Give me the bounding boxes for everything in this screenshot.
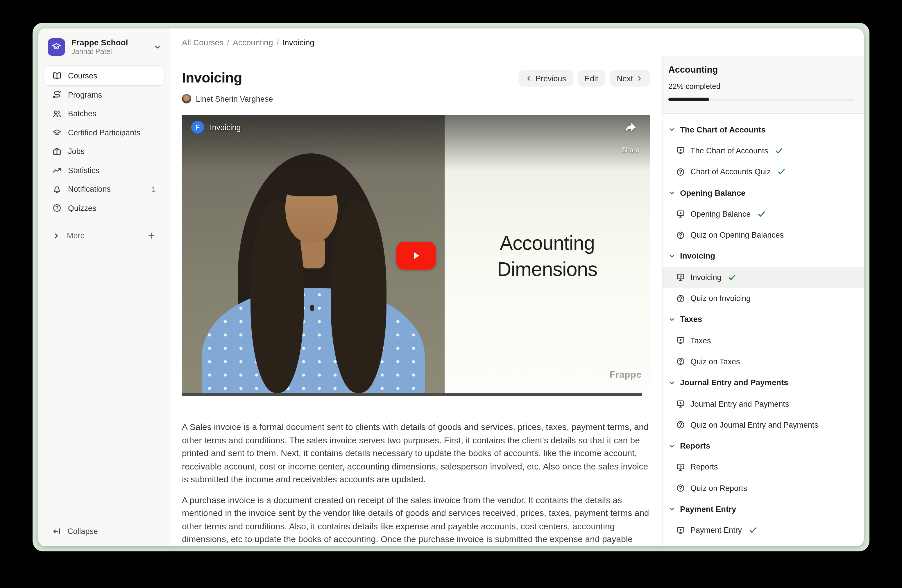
sidebar-item-statistics[interactable]: Statistics [44,161,164,180]
lesson-icon [676,463,685,472]
chevron-down-icon [669,316,675,323]
main-column: All Courses / Accounting / Invoicing Inv… [170,28,864,546]
outline-section-title: Opening Balance [680,189,745,197]
quiz-icon [676,421,685,430]
check-icon [748,526,757,535]
outline-quiz-item[interactable]: Quiz on Reports [662,478,864,499]
sidebar-collapse-button[interactable]: Collapse [44,522,164,540]
outline-quiz-item[interactable]: Quiz on Taxes [662,351,864,372]
outline-section-header[interactable]: Opening Balance [662,183,864,204]
chevron-down-icon [669,506,675,513]
outline-lesson-item[interactable]: Taxes [662,330,864,351]
sidebar-nav: Courses Programs [38,64,170,245]
sidebar-item-batches[interactable]: Batches [44,104,164,123]
outline-quiz-item[interactable]: Chart of Accounts Quiz [662,161,864,183]
progress-fill [669,98,709,101]
outline-section-title: Journal Entry and Payments [680,378,788,387]
frappe-watermark: Frappe [610,369,642,380]
trending-up-icon [52,166,62,175]
sidebar-item-label: Courses [68,71,156,80]
current-user: Jannat Patel [72,48,147,56]
window-frame: Frappe School Jannat Patel Courses [33,23,869,551]
share-label: Share [622,146,639,153]
video-player[interactable]: Accounting Dimensions Frappe F Invoicing [182,115,650,396]
frappe-school-logo [48,38,65,56]
outline-lesson-item[interactable]: Reports [662,457,864,478]
outline-lesson-item[interactable]: The Chart of Accounts [662,140,864,161]
quiz-icon [676,357,685,366]
course-title: Accounting [669,64,854,75]
outline-item-label: Invoicing [691,273,722,281]
video-channel-avatar[interactable]: F [191,121,204,134]
sidebar-item-certified-participants[interactable]: Certified Participants [44,123,164,142]
workspace-switcher[interactable]: Frappe School Jannat Patel [38,28,170,64]
edit-button[interactable]: Edit [578,70,605,87]
sidebar-item-courses[interactable]: Courses [44,66,164,85]
outline-item-label: Quiz on Opening Balances [691,231,784,239]
course-outline: The Chart of Accounts The Chart of Accou… [662,114,864,546]
slide-title-line1: Accounting [445,230,650,256]
users-icon [52,109,62,119]
progress-bar [669,98,854,101]
outline-quiz-item[interactable]: Quiz on Journal Entry and Payments [662,414,864,435]
outline-section-header[interactable]: Journal Entry and Payments [662,372,864,393]
outline-item-label: Quiz on Reports [691,484,747,493]
outline-quiz-item[interactable]: Quiz on Invoicing [662,288,864,309]
previous-button[interactable]: Previous [519,70,573,87]
collapse-label: Collapse [67,527,98,535]
breadcrumb-accounting[interactable]: Accounting [233,38,273,47]
sidebar-item-jobs[interactable]: Jobs [44,142,164,161]
outline-quiz-item[interactable]: Quiz on Opening Balances [662,225,864,246]
outline-section-header[interactable]: Reports [662,435,864,457]
outline-section-header[interactable]: Invoicing [662,246,864,267]
video-progress-bar[interactable] [182,393,642,396]
breadcrumb-bar: All Courses / Accounting / Invoicing [170,28,864,56]
play-button[interactable] [396,242,435,270]
app-title: Frappe School [72,38,147,48]
outline-item-label: Payment Entry [691,526,742,535]
lesson-paragraph: A purchase invoice is a document created… [182,494,650,546]
chevron-right-icon [636,75,643,82]
outline-lesson-item[interactable]: Opening Balance [662,203,864,225]
sidebar-item-label: Batches [68,109,156,118]
quiz-icon [676,483,685,493]
book-open-icon [52,71,62,80]
sidebar-item-programs[interactable]: Programs [44,85,164,104]
outline-section-title: Reports [680,442,710,450]
outline-item-label: Quiz on Invoicing [691,294,751,303]
outline-item-label: Quiz on Journal Entry and Payments [691,421,818,429]
outline-lesson-item[interactable]: Journal Entry and Payments [662,393,864,414]
video-title[interactable]: Invoicing [210,123,241,131]
lesson-icon [676,146,685,155]
notification-count-badge: 1 [152,185,156,194]
author-avatar [182,94,191,103]
outline-section-title: Invoicing [680,252,715,261]
breadcrumb-all-courses[interactable]: All Courses [182,38,224,47]
outline-item-label: Taxes [691,336,711,345]
presenter-mic [310,305,314,311]
video-top-gradient [182,115,650,171]
chevron-down-icon [669,443,675,449]
author-row: Linet Sherin Varghese [182,94,650,103]
outline-lesson-item[interactable]: Invoicing [662,267,864,288]
lesson-icon [676,272,685,282]
outline-item-label: Opening Balance [691,210,751,219]
workspace-info: Frappe School Jannat Patel [72,38,147,56]
outline-section-header[interactable]: Payment Entry [662,499,864,520]
outline-item-label: Quiz on Taxes [691,357,740,366]
lesson-nav-buttons: Previous Edit Next [519,70,650,87]
graduation-cap-logo-icon [50,41,62,53]
sidebar-more-toggle[interactable]: More [44,226,164,245]
plus-icon[interactable] [147,231,156,240]
sidebar-item-label: Programs [68,91,156,99]
next-button[interactable]: Next [610,70,650,87]
outline-lesson-item[interactable]: Payment Entry [662,520,864,541]
outline-section-header[interactable]: Taxes [662,309,864,330]
sidebar-item-notifications[interactable]: Notifications 1 [44,180,164,199]
quiz-icon [676,294,685,303]
video-share-button[interactable]: Share [622,122,639,153]
graduation-cap-icon [52,128,62,138]
sidebar-item-quizzes[interactable]: Quizzes [44,199,164,217]
sidebar-item-label: Notifications [68,185,145,194]
outline-section-header[interactable]: The Chart of Accounts [662,119,864,140]
